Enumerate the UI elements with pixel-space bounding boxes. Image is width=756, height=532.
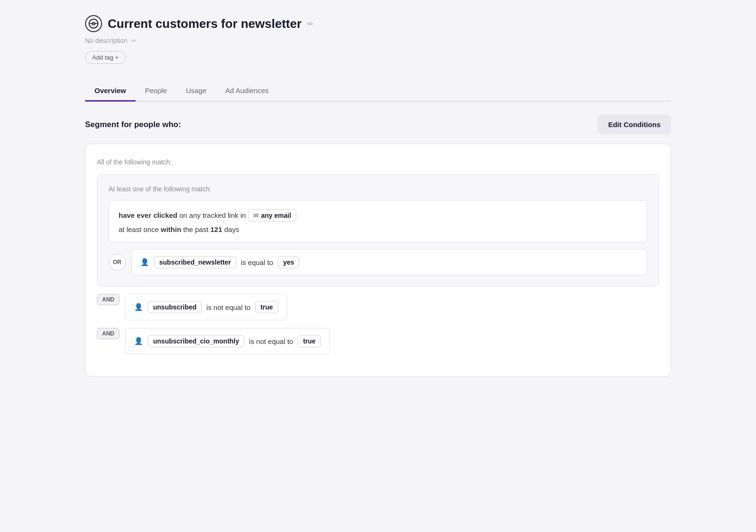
condition1-within: within (161, 225, 181, 233)
condition3-val-pill[interactable]: true (255, 301, 278, 313)
tab-people[interactable]: People (136, 81, 177, 102)
person-icon-4: 👤 (134, 337, 143, 345)
tabs: Overview People Usage Ad Audiences (85, 81, 671, 102)
condition1-mid: on any tracked link in (179, 211, 248, 219)
and-row-2: AND 👤 unsubscribed_cio_monthly is not eq… (97, 328, 659, 354)
condition4-val-pill[interactable]: true (298, 335, 320, 347)
condition3-op: is not equal to (206, 303, 250, 311)
edit-description-icon[interactable]: ✏ (131, 37, 137, 44)
subscribed-newsletter-pill[interactable]: subscribed_newsletter (154, 256, 236, 268)
condition-row-4: 👤 unsubscribed_cio_monthly is not equal … (125, 328, 330, 354)
condition1-line2-pre: at least once (119, 225, 161, 233)
tab-ad-audiences[interactable]: Ad Audiences (216, 81, 278, 102)
unsubscribed-pill[interactable]: unsubscribed (148, 301, 202, 313)
condition3-attr: unsubscribed (153, 303, 197, 311)
condition1-pre: have ever clicked (119, 211, 177, 219)
tab-overview[interactable]: Overview (85, 81, 136, 102)
edit-title-icon[interactable]: ✏ (307, 19, 313, 28)
header: Current customers for newsletter ✏ No de… (85, 15, 671, 77)
segment-header: Segment for people who: Edit Conditions (85, 115, 671, 134)
condition1-line2-post: the past (183, 225, 211, 233)
any-email-pill[interactable]: ✉ any email (248, 209, 297, 222)
condition4-attr: unsubscribed_cio_monthly (153, 337, 239, 345)
condition4-op: is not equal to (249, 337, 293, 345)
and-badge-1: AND (97, 294, 120, 305)
edit-conditions-button[interactable]: Edit Conditions (598, 115, 671, 134)
page: Current customers for newsletter ✏ No de… (66, 0, 690, 532)
and-badge-2: AND (97, 328, 120, 339)
condition-row-2: 👤 subscribed_newsletter is equal to yes (131, 249, 647, 275)
condition1-days-suffix: days (224, 225, 239, 233)
condition3-val: true (260, 303, 273, 311)
at-least-one-block: At least one of the following match: hav… (97, 174, 659, 286)
all-match-label: All of the following match: (97, 158, 659, 166)
title-row: Current customers for newsletter ✏ (85, 15, 671, 32)
condition2-val: yes (283, 258, 294, 266)
or-badge: OR (109, 254, 126, 271)
condition1-days: 121 (210, 225, 222, 233)
condition2-val-pill[interactable]: yes (278, 256, 299, 268)
segment-icon (85, 15, 102, 32)
page-title: Current customers for newsletter (108, 17, 301, 31)
unsubscribed-cio-monthly-pill[interactable]: unsubscribed_cio_monthly (148, 335, 244, 347)
condition-line-1a: have ever clicked on any tracked link in… (119, 209, 637, 222)
envelope-icon: ✉ (253, 212, 258, 219)
conditions-container: All of the following match: At least one… (85, 144, 671, 377)
condition-row-1: have ever clicked on any tracked link in… (109, 200, 647, 242)
condition-line-1b: at least once within the past 121 days (119, 225, 637, 233)
person-icon-3: 👤 (134, 303, 143, 311)
any-email-label: any email (261, 212, 292, 219)
condition-row-3: 👤 unsubscribed is not equal to true (125, 294, 287, 320)
segment-heading: Segment for people who: (85, 120, 181, 129)
person-icon-2: 👤 (140, 258, 149, 266)
at-least-label: At least one of the following match: (109, 185, 647, 193)
condition4-val: true (303, 337, 315, 345)
add-tag-button[interactable]: Add tag + (85, 51, 126, 64)
description-row: No description ✏ (85, 37, 671, 44)
and-row-1: AND 👤 unsubscribed is not equal to true (97, 294, 659, 320)
tab-usage[interactable]: Usage (176, 81, 215, 102)
condition2-op: is equal to (241, 258, 273, 266)
description-text: No description (85, 37, 128, 44)
condition2-attr: subscribed_newsletter (159, 258, 231, 266)
or-row: OR 👤 subscribed_newsletter is equal to y… (109, 249, 647, 275)
